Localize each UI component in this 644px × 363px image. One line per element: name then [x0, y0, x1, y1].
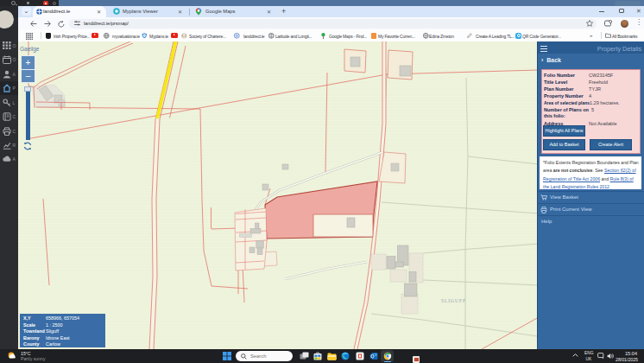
svg-text:SLIGUFF: SLIGUFF [441, 298, 466, 303]
